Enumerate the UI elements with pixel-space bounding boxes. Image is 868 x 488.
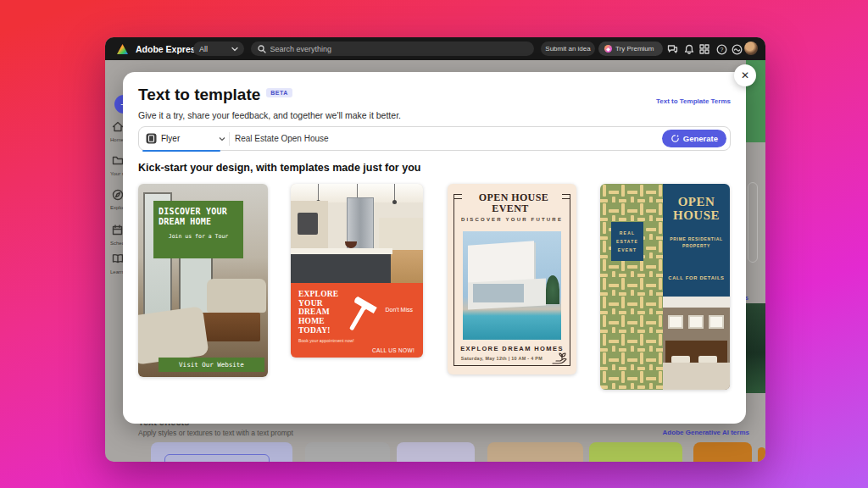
- generate-label: Generate: [683, 134, 718, 143]
- text-effect-preview-outline: [164, 454, 270, 462]
- close-icon[interactable]: ✕: [734, 64, 756, 86]
- generate-button[interactable]: Generate: [662, 130, 726, 147]
- template-headline-box: DISCOVER YOUR DREAM HOME Join us for a T…: [153, 201, 243, 258]
- photo-wall-strip: [663, 297, 730, 308]
- search-input[interactable]: [270, 45, 527, 53]
- hand-with-plant-icon: [551, 350, 568, 365]
- text-effect-swatch[interactable]: [487, 442, 583, 462]
- global-search-bar[interactable]: [251, 42, 534, 56]
- calendar-icon: [112, 225, 124, 236]
- search-scope-value: All: [199, 45, 208, 53]
- creative-cloud-icon[interactable]: [731, 43, 743, 55]
- photo-sofa: [138, 306, 209, 365]
- template-cta: CALL US NOW!: [372, 347, 415, 353]
- photo-oven: [298, 213, 318, 235]
- photo-pendant-light: [394, 184, 395, 201]
- prompt-input[interactable]: [235, 134, 662, 143]
- modal-title-text: Text to template: [138, 86, 260, 103]
- photo-modern-house: [463, 231, 561, 340]
- template-headline: EXPLORE YOUR DREAM HOME TODAY!: [298, 290, 346, 335]
- photo-window: [688, 315, 704, 329]
- desktop-background: Adobe Express All Submit an idea ◆ Try P…: [0, 0, 868, 488]
- user-avatar[interactable]: [744, 42, 758, 55]
- book-icon: [112, 253, 124, 265]
- home-icon: [112, 121, 124, 133]
- divider: [229, 132, 230, 146]
- text-effect-swatch-sliver: [758, 447, 765, 462]
- help-icon[interactable]: ?: [715, 43, 727, 55]
- adobe-express-window: Adobe Express All Submit an idea ◆ Try P…: [105, 37, 765, 462]
- search-icon: [258, 45, 266, 53]
- premium-diamond-icon: ◆: [604, 45, 612, 53]
- template-headline: OPEN HOUSE EVENT: [462, 192, 562, 214]
- photo-pendant-light: [318, 184, 319, 201]
- beta-badge: BETA: [266, 88, 292, 97]
- basketweave-pattern: [600, 184, 663, 390]
- flyer-icon: [146, 133, 157, 144]
- prompt-bar: Flyer Generate: [138, 126, 731, 151]
- background-template-image-sliver: [746, 303, 765, 393]
- template-type-value: Flyer: [161, 134, 180, 143]
- template-card-open-house-event[interactable]: OPEN HOUSE EVENT DISCOVER YOUR FUTURE EX…: [448, 184, 576, 374]
- hammer-icon: [342, 295, 377, 337]
- photo-bed: [663, 363, 730, 390]
- photo-cabinets: [379, 218, 423, 250]
- text-to-template-modal: Text to templateBETA Text to Template Te…: [123, 72, 746, 424]
- photo-bedroom: [663, 297, 730, 390]
- template-footer-text: Visit Our Website: [179, 361, 244, 369]
- text-effect-swatch[interactable]: [397, 442, 475, 462]
- adobe-express-logo-icon: [116, 43, 129, 55]
- template-cta: CALL FOR DETAILS: [663, 275, 730, 280]
- compass-icon: [112, 189, 124, 201]
- template-card-explore-dream-home[interactable]: EXPLORE YOUR DREAM HOME TODAY! Book your…: [291, 184, 423, 358]
- generative-ai-terms-link[interactable]: Adobe Generative AI terms: [663, 429, 749, 436]
- template-navy-panel: OPEN HOUSE PRIME RESIDENTIAL PROPERTY CA…: [663, 184, 730, 297]
- text-effects-subtitle: Apply styles or textures to text with a …: [138, 429, 293, 437]
- text-effect-swatch[interactable]: [151, 442, 292, 462]
- text-effect-swatch[interactable]: [693, 442, 752, 462]
- text-to-template-terms-link[interactable]: Text to Template Terms: [656, 97, 731, 105]
- search-scope-dropdown[interactable]: All: [193, 42, 244, 56]
- try-premium-label: Try Premium: [615, 45, 654, 53]
- submit-idea-button[interactable]: Submit an idea: [541, 42, 595, 56]
- app-topbar: Adobe Express All Submit an idea ◆ Try P…: [105, 37, 765, 60]
- template-headline: DISCOVER YOUR DREAM HOME: [159, 207, 238, 227]
- folder-icon: [112, 155, 124, 167]
- template-card-discover-dream-home[interactable]: DISCOVER YOUR DREAM HOME Join us for a T…: [138, 184, 268, 377]
- photo-palm: [546, 275, 559, 304]
- photo-island: [291, 254, 391, 285]
- templates-section-heading: Kick-start your design, with templates m…: [138, 162, 420, 174]
- template-text-panel: OPEN HOUSE PRIME RESIDENTIAL PROPERTY CA…: [663, 184, 730, 390]
- template-headline: OPEN HOUSE: [663, 196, 730, 223]
- template-schedule: Saturday, May 12th | 10 AM - 4 PM: [448, 356, 556, 361]
- template-subtext: Join us for a Tour: [159, 233, 238, 240]
- apps-grid-icon[interactable]: [698, 43, 710, 55]
- photo-house-glass: [473, 284, 524, 302]
- template-tag: Don't Miss: [386, 307, 413, 313]
- submit-idea-label: Submit an idea: [545, 45, 590, 53]
- template-card-open-house-prime[interactable]: REAL ESTATE EVENT OPEN HOUSE PRIME RESID…: [600, 184, 730, 390]
- template-type-dropdown[interactable]: Flyer: [146, 127, 227, 150]
- photo-window: [668, 315, 683, 329]
- photo-floor: [389, 250, 423, 286]
- template-subtext: PRIME RESIDENTIAL PROPERTY: [663, 236, 730, 249]
- photo-sofa: [207, 279, 266, 313]
- template-badge: REAL ESTATE EVENT: [611, 222, 643, 261]
- feedback-chat-icon[interactable]: [666, 43, 678, 55]
- template-pattern-panel: REAL ESTATE EVENT: [600, 184, 663, 390]
- photo-island-counter: [291, 248, 392, 254]
- try-premium-button[interactable]: ◆ Try Premium: [598, 42, 663, 56]
- template-text-panel: EXPLORE YOUR DREAM HOME TODAY! Book your…: [291, 283, 423, 358]
- text-effect-swatch[interactable]: [589, 442, 682, 462]
- template-footer-bar: Visit Our Website: [159, 358, 264, 372]
- text-effect-swatch[interactable]: [305, 442, 390, 462]
- scrollbar[interactable]: [748, 182, 758, 263]
- brand-title: Adobe Express: [136, 44, 200, 54]
- notifications-bell-icon[interactable]: [683, 43, 695, 55]
- template-subtext: Book your appointment now!: [298, 338, 354, 343]
- modal-subtitle: Give it a try, share your feedback, and …: [138, 110, 401, 120]
- chevron-down-icon: [231, 47, 238, 52]
- chevron-down-icon: [219, 136, 225, 141]
- svg-text:?: ?: [720, 47, 723, 53]
- generate-sparkle-icon: [670, 134, 680, 143]
